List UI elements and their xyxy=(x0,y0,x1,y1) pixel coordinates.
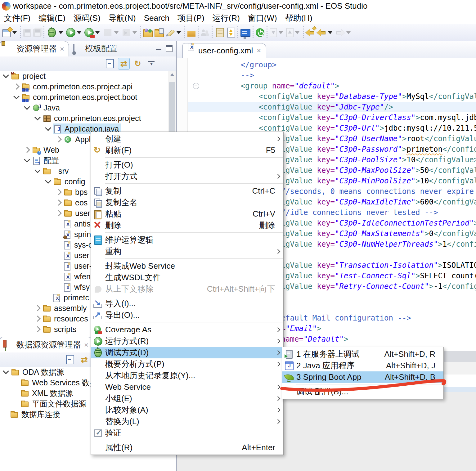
tab-datasource-explorer[interactable]: 数据源资源管理器 × xyxy=(0,337,93,353)
view-menu-button[interactable]: ▾ xyxy=(146,58,157,69)
toolbar-run-button[interactable] xyxy=(65,27,83,38)
toolbar-monitor-button[interactable] xyxy=(240,28,251,38)
code-line[interactable]: --> xyxy=(177,70,476,81)
code-line[interactable]: <configValue key="C3p0-DriverClass">com.… xyxy=(177,112,476,123)
chevron-down-icon[interactable] xyxy=(3,368,9,374)
menu-item-运行方式-R-[interactable]: 运行方式(R) xyxy=(91,335,283,347)
chevron-right-icon[interactable] xyxy=(34,316,41,322)
refresh-view-button[interactable]: ↻ xyxy=(132,58,143,69)
chevron-right-icon[interactable] xyxy=(56,200,62,206)
tree-item-project[interactable]: project xyxy=(0,71,168,81)
dropdown-arrow-icon[interactable] xyxy=(295,31,299,34)
menu-item-验证[interactable]: 验证 xyxy=(91,427,283,439)
toolbar-eosfolder-button[interactable] xyxy=(142,27,154,38)
menubar-item[interactable]: 源码(S) xyxy=(70,13,105,24)
chevron-down-icon[interactable] xyxy=(24,104,30,110)
toolbar-pen-button[interactable] xyxy=(165,27,183,38)
code-line-current[interactable]: <configValue key="Jdbc-Type"/> xyxy=(177,102,476,112)
maximize-view-icon[interactable] xyxy=(166,45,173,52)
toolbar-new-button[interactable] xyxy=(1,28,19,38)
menubar-item[interactable]: 文件(F) xyxy=(0,13,34,24)
chevron-right-icon[interactable] xyxy=(56,210,62,216)
chevron-right-icon[interactable] xyxy=(56,189,62,195)
fold-collapse-icon[interactable] xyxy=(193,83,199,89)
menu-item-导出-O-[interactable]: 导出(O)... xyxy=(91,309,283,321)
close-icon[interactable]: × xyxy=(84,341,88,349)
menu-item-复制[interactable]: 复制Ctrl+C xyxy=(91,185,283,197)
tree-item-com-primeton-eos-project-boot[interactable]: com.primeton.eos.project.boot xyxy=(0,92,168,102)
code-line[interactable]: <group name="default"> xyxy=(177,81,476,91)
menu-item-1-在服务器上调试[interactable]: 1 在服务器上调试Alt+Shift+D, R xyxy=(282,348,443,360)
menu-item-3-Spring-Boot-App[interactable]: 3 Spring Boot AppAlt+Shift+D, B xyxy=(282,371,443,383)
chevron-down-icon[interactable] xyxy=(34,167,41,173)
menubar-item[interactable]: 项目(P) xyxy=(173,13,209,24)
code-line[interactable]: </group> xyxy=(177,60,476,70)
menu-item-删除[interactable]: 删除删除 xyxy=(91,220,283,231)
chevron-down-icon[interactable] xyxy=(3,72,9,78)
menu-item-刷新-F-[interactable]: 刷新(F)F5 xyxy=(91,145,283,156)
dropdown-arrow-icon[interactable] xyxy=(279,31,283,34)
chevron-down-icon[interactable] xyxy=(45,125,51,131)
code-line[interactable]: <configValue key="Database-Type">MySql</… xyxy=(177,91,476,102)
chevron-right-icon[interactable] xyxy=(24,147,30,153)
menubar-item[interactable]: 帮助(H) xyxy=(281,13,317,24)
chevron-right-icon[interactable] xyxy=(56,136,62,142)
menu-item-调试-配置-B-[interactable]: 调试 配置(B)... xyxy=(282,386,443,397)
toolbar-openfolder-button[interactable] xyxy=(186,28,196,37)
tree-item-Java[interactable]: Java xyxy=(0,102,168,113)
dropdown-arrow-icon[interactable] xyxy=(114,31,119,34)
dropdown-arrow-icon[interactable] xyxy=(77,31,81,34)
collapse-all-button[interactable] xyxy=(104,58,115,69)
close-icon[interactable]: × xyxy=(257,46,261,55)
link-with-editor-button[interactable]: ⇄ xyxy=(118,58,130,70)
toolbar-clipfolder-button[interactable] xyxy=(154,27,165,38)
menubar-item[interactable]: 运行(R) xyxy=(209,13,244,24)
scroll-up-arrow-icon[interactable] xyxy=(170,73,174,76)
menu-item-维护运算逻辑[interactable]: 维护运算逻辑 xyxy=(91,234,283,246)
link-with-editor-button[interactable]: ⇄ xyxy=(79,354,90,365)
tree-item-com-primeton-eos-project[interactable]: com.primeton.eos.project xyxy=(0,113,168,123)
toolbar-backstar-button[interactable] xyxy=(305,27,316,38)
menu-item-从本地历史记录复原-Y-[interactable]: 从本地历史记录复原(Y)... xyxy=(91,370,283,381)
toolbar-power-button[interactable] xyxy=(255,28,265,38)
menu-item-2-Java-应用程序[interactable]: 2 Java 应用程序Alt+Shift+D, J xyxy=(282,360,443,371)
dropdown-arrow-icon[interactable] xyxy=(346,31,351,34)
chevron-right-icon[interactable] xyxy=(34,305,41,311)
menu-item-粘贴[interactable]: 粘贴Ctrl+V xyxy=(91,208,283,220)
menu-item-概要分析方式-P-[interactable]: 概要分析方式(P) xyxy=(91,358,283,370)
menubar-item[interactable]: 窗口(W) xyxy=(244,13,281,24)
menu-item-导入-I-[interactable]: 导入(I)... xyxy=(91,298,283,309)
dropdown-arrow-icon[interactable] xyxy=(59,31,63,34)
menu-item-封装成Web-Service[interactable]: 封装成Web Service xyxy=(91,260,283,272)
menu-item-打开方式[interactable]: 打开方式 xyxy=(91,171,283,182)
menu-item-Web-Service[interactable]: Web Service xyxy=(91,381,283,393)
menu-item-复制全名[interactable]: 复制全名 xyxy=(91,197,283,208)
menu-item-属性-R-[interactable]: 属性(R)Alt+Enter xyxy=(91,442,283,453)
menubar-item[interactable]: 导航(N) xyxy=(105,13,140,24)
menu-item-比较对象-A-[interactable]: 比较对象(A) xyxy=(91,404,283,416)
menu-item-Coverage-As[interactable]: Coverage As xyxy=(91,324,283,335)
tab-user-config-xml[interactable]: user-config.xml × xyxy=(182,43,266,58)
menubar-item[interactable]: Search xyxy=(140,13,173,23)
minimize-view-icon[interactable] xyxy=(156,49,161,50)
chevron-right-icon[interactable] xyxy=(13,83,20,90)
dropdown-arrow-icon[interactable] xyxy=(95,31,100,34)
chevron-down-icon[interactable] xyxy=(24,156,30,163)
toolbar-xmlsync-button[interactable] xyxy=(226,27,236,38)
menu-item-生成WSDL文件[interactable]: 生成WSDL文件 xyxy=(91,272,283,283)
tab-resource-explorer[interactable]: 资源管理器 × xyxy=(0,41,69,57)
toolbar-scroll-button[interactable] xyxy=(214,27,226,38)
toolbar-back-button[interactable] xyxy=(316,27,335,38)
close-icon[interactable]: × xyxy=(60,45,64,53)
tab-template-config[interactable]: 模板配置 xyxy=(69,41,122,56)
chevron-down-icon[interactable] xyxy=(34,114,41,120)
collapse-all-button[interactable] xyxy=(65,354,76,365)
menu-item-创建[interactable]: 创建 xyxy=(91,133,283,145)
dropdown-arrow-icon[interactable] xyxy=(328,31,332,34)
tree-item-com-primeton-eos-project-api[interactable]: com.primeton.eos.project.api xyxy=(0,81,168,92)
menu-item-打开-O-[interactable]: 打开(O) xyxy=(91,159,283,171)
dropdown-arrow-icon[interactable] xyxy=(132,31,137,34)
menubar-item[interactable]: 编辑(E) xyxy=(34,13,70,24)
menu-item-小组-E-[interactable]: 小组(E) xyxy=(91,393,283,404)
menu-item-重构[interactable]: 重构 xyxy=(91,246,283,257)
